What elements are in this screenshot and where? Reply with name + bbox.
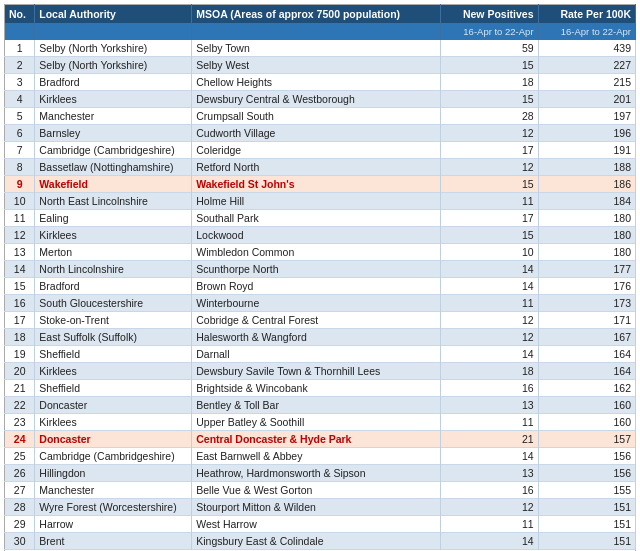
cell-rate: 177 — [538, 261, 635, 278]
cell-msoa: Cobridge & Central Forest — [192, 312, 441, 329]
cell-rate: 197 — [538, 108, 635, 125]
cell-la: Brent — [35, 533, 192, 550]
cell-la: East Suffolk (Suffolk) — [35, 329, 192, 346]
cell-no: 27 — [5, 482, 35, 499]
cell-no: 7 — [5, 142, 35, 159]
table-row: 17Stoke-on-TrentCobridge & Central Fores… — [5, 312, 636, 329]
cell-msoa: West Harrow — [192, 516, 441, 533]
col-la-sub — [35, 23, 192, 40]
cell-positives: 18 — [441, 74, 538, 91]
cell-msoa: Kingsbury East & Colindale — [192, 533, 441, 550]
cell-no: 19 — [5, 346, 35, 363]
cell-no: 24 — [5, 431, 35, 448]
cell-no: 17 — [5, 312, 35, 329]
cell-rate: 160 — [538, 414, 635, 431]
cell-msoa: Cudworth Village — [192, 125, 441, 142]
cell-la: Hillingdon — [35, 465, 192, 482]
cell-rate: 164 — [538, 363, 635, 380]
cell-la: North East Lincolnshire — [35, 193, 192, 210]
cell-msoa: Scunthorpe North — [192, 261, 441, 278]
cell-positives: 18 — [441, 363, 538, 380]
col-rate: Rate Per 100K — [538, 5, 635, 24]
cell-positives: 11 — [441, 516, 538, 533]
col-no: No. — [5, 5, 35, 24]
cell-rate: 160 — [538, 397, 635, 414]
col-positives-sub: 16-Apr to 22-Apr — [441, 23, 538, 40]
cell-rate: 180 — [538, 244, 635, 261]
cell-la: Bradford — [35, 278, 192, 295]
cell-la: Kirklees — [35, 91, 192, 108]
cell-la: Wyre Forest (Worcestershire) — [35, 499, 192, 516]
cell-no: 1 — [5, 40, 35, 57]
cell-msoa: Darnall — [192, 346, 441, 363]
cell-positives: 17 — [441, 142, 538, 159]
cell-rate: 191 — [538, 142, 635, 159]
cell-rate: 157 — [538, 431, 635, 448]
cell-positives: 12 — [441, 159, 538, 176]
cell-la: South Gloucestershire — [35, 295, 192, 312]
cell-msoa: Coleridge — [192, 142, 441, 159]
table-row: 10North East LincolnshireHolme Hill11184 — [5, 193, 636, 210]
cell-msoa: Brown Royd — [192, 278, 441, 295]
cell-no: 29 — [5, 516, 35, 533]
cell-positives: 10 — [441, 244, 538, 261]
cell-no: 13 — [5, 244, 35, 261]
cell-no: 8 — [5, 159, 35, 176]
cell-la: North Lincolnshire — [35, 261, 192, 278]
table-row: 3BradfordChellow Heights18215 — [5, 74, 636, 91]
cell-no: 5 — [5, 108, 35, 125]
table-row: 1Selby (North Yorkshire)Selby Town59439 — [5, 40, 636, 57]
cell-rate: 180 — [538, 210, 635, 227]
cell-msoa: Belle Vue & West Gorton — [192, 482, 441, 499]
cell-msoa: Bentley & Toll Bar — [192, 397, 441, 414]
table-row: 28Wyre Forest (Worcestershire)Stourport … — [5, 499, 636, 516]
cell-la: Doncaster — [35, 431, 192, 448]
col-msoa: MSOA (Areas of approx 7500 population) — [192, 5, 441, 24]
cell-la: Ealing — [35, 210, 192, 227]
cell-no: 11 — [5, 210, 35, 227]
cell-msoa: Winterbourne — [192, 295, 441, 312]
cell-positives: 11 — [441, 193, 538, 210]
table-row: 8Bassetlaw (Nottinghamshire)Retford Nort… — [5, 159, 636, 176]
cell-positives: 59 — [441, 40, 538, 57]
cell-positives: 15 — [441, 57, 538, 74]
cell-la: Wakefield — [35, 176, 192, 193]
cell-rate: 201 — [538, 91, 635, 108]
cell-la: Merton — [35, 244, 192, 261]
cell-la: Selby (North Yorkshire) — [35, 57, 192, 74]
table-row: 18East Suffolk (Suffolk)Halesworth & Wan… — [5, 329, 636, 346]
cell-no: 22 — [5, 397, 35, 414]
cell-msoa: Retford North — [192, 159, 441, 176]
cell-rate: 180 — [538, 227, 635, 244]
cell-msoa: Heathrow, Hardmonsworth & Sipson — [192, 465, 441, 482]
cell-positives: 12 — [441, 329, 538, 346]
cell-rate: 439 — [538, 40, 635, 57]
cell-msoa: Dewsbury Central & Westborough — [192, 91, 441, 108]
cell-la: Kirklees — [35, 227, 192, 244]
header-row-sub: 16-Apr to 22-Apr 16-Apr to 22-Apr — [5, 23, 636, 40]
cell-msoa: Stourport Mitton & Wilden — [192, 499, 441, 516]
cell-msoa: Upper Batley & Soothill — [192, 414, 441, 431]
cell-la: Harrow — [35, 516, 192, 533]
cell-no: 14 — [5, 261, 35, 278]
cell-rate: 215 — [538, 74, 635, 91]
cell-no: 30 — [5, 533, 35, 550]
cell-positives: 21 — [441, 431, 538, 448]
cell-la: Bassetlaw (Nottinghamshire) — [35, 159, 192, 176]
cell-no: 23 — [5, 414, 35, 431]
cell-positives: 12 — [441, 499, 538, 516]
cell-rate: 151 — [538, 499, 635, 516]
cell-no: 16 — [5, 295, 35, 312]
cell-la: Sheffield — [35, 380, 192, 397]
table-row: 9WakefieldWakefield St John's15186 — [5, 176, 636, 193]
table-row: 22DoncasterBentley & Toll Bar13160 — [5, 397, 636, 414]
cell-no: 3 — [5, 74, 35, 91]
cell-rate: 188 — [538, 159, 635, 176]
table-row: 24DoncasterCentral Doncaster & Hyde Park… — [5, 431, 636, 448]
cell-msoa: Lockwood — [192, 227, 441, 244]
cell-rate: 167 — [538, 329, 635, 346]
cell-msoa: Dewsbury Savile Town & Thornhill Lees — [192, 363, 441, 380]
table-row: 5ManchesterCrumpsall South28197 — [5, 108, 636, 125]
cell-positives: 14 — [441, 261, 538, 278]
table-row: 27ManchesterBelle Vue & West Gorton16155 — [5, 482, 636, 499]
